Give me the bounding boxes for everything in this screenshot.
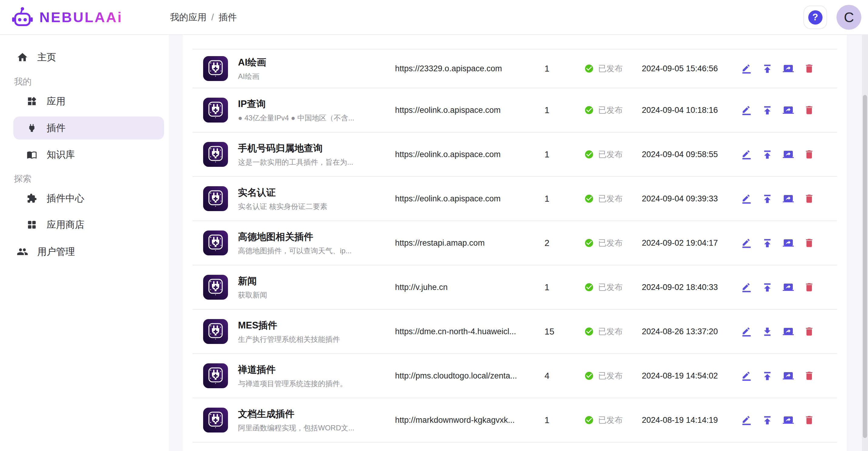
screen-share-icon: [783, 104, 794, 116]
sidebar-item-plugin-center[interactable]: 插件中心: [0, 187, 169, 210]
share-button[interactable]: [782, 237, 794, 249]
edit-button[interactable]: [741, 326, 752, 337]
plugin-name-cell: 实名认证 实名认证 核实身份证二要素: [238, 186, 386, 211]
delete-button[interactable]: [803, 63, 815, 74]
publish-button[interactable]: [762, 370, 773, 382]
screen-share-icon: [783, 370, 794, 381]
edit-button[interactable]: [741, 281, 752, 293]
tool-count: 15: [545, 327, 569, 337]
plugin-url: http://pms.cloudtogo.local/zenta...: [395, 371, 537, 381]
edit-button[interactable]: [741, 104, 752, 116]
sidebar-item-apps[interactable]: 应用: [0, 90, 169, 113]
share-button[interactable]: [782, 193, 794, 204]
publish-time: 2024-08-19 14:14:19: [642, 416, 718, 425]
app-header: NEBULAAi 我的应用 / 插件 ? C: [0, 0, 868, 35]
edit-button[interactable]: [741, 63, 752, 74]
check-circle-icon: [584, 105, 594, 115]
plugin-description: 这是一款实用的工具插件，旨在为...: [238, 157, 386, 167]
publish-button[interactable]: [762, 414, 773, 426]
status-badge: 已发布: [584, 370, 623, 381]
plugin-url: https://restapi.amap.com: [395, 238, 537, 248]
publish-button[interactable]: [762, 104, 773, 116]
status-label: 已发布: [598, 193, 623, 204]
publish-button[interactable]: [762, 63, 773, 74]
screen-share-icon: [783, 149, 794, 160]
plugin-name-cell: 高德地图相关插件 高德地图插件，可以查询天气、ip...: [238, 231, 386, 256]
tool-count: 1: [545, 64, 569, 74]
publish-button[interactable]: [762, 237, 773, 249]
sidebar-item-plugins[interactable]: 插件: [13, 117, 164, 140]
share-button[interactable]: [782, 370, 794, 382]
share-button[interactable]: [782, 281, 794, 293]
row-actions: [741, 237, 815, 249]
sidebar-item-user-management[interactable]: 用户管理: [0, 240, 169, 263]
plugin-name-cell: 禅道插件 与禅道项目管理系统连接的插件。: [238, 363, 386, 389]
tool-count: 1: [545, 282, 569, 292]
publish-button[interactable]: [762, 281, 773, 293]
edit-button[interactable]: [741, 370, 752, 382]
delete-button[interactable]: [803, 104, 815, 116]
plugin-name: 手机号码归属地查询: [238, 142, 386, 155]
status-badge: 已发布: [584, 63, 623, 74]
row-actions: [741, 414, 815, 426]
publish-button[interactable]: [762, 149, 773, 160]
delete-button[interactable]: [803, 237, 815, 249]
download-icon: [762, 326, 773, 337]
edit-button[interactable]: [741, 237, 752, 249]
scrollbar[interactable]: [862, 35, 868, 451]
avatar[interactable]: C: [836, 5, 861, 30]
table-row: IP查询 ● 43亿全量IPv4 ● 中国地区（不含... https://eo…: [192, 88, 837, 132]
delete-button[interactable]: [803, 326, 815, 337]
delete-button[interactable]: [803, 149, 815, 160]
brand: NEBULAAi: [11, 0, 123, 34]
plugin-name-cell: MES插件 生产执行管理系统相关技能插件: [238, 319, 386, 344]
status-badge: 已发布: [584, 193, 623, 204]
status-label: 已发布: [598, 104, 623, 116]
check-circle-icon: [584, 327, 594, 336]
delete-button[interactable]: [803, 281, 815, 293]
sidebar-item-label: 应用商店: [47, 218, 84, 231]
tool-count: 1: [545, 415, 569, 425]
plugin-badge-icon: [203, 186, 228, 211]
plugin-description: AI绘画: [238, 71, 386, 81]
scrollbar-thumb[interactable]: [863, 95, 867, 438]
breadcrumb-section[interactable]: 我的应用: [170, 11, 207, 23]
share-button[interactable]: [782, 63, 794, 74]
edit-button[interactable]: [741, 149, 752, 160]
sidebar: 主页 我的 应用 插件 知识库 探索 插件中心 应用商店 用户管理: [0, 35, 169, 451]
download-button[interactable]: [762, 326, 773, 337]
share-button[interactable]: [782, 414, 794, 426]
plugin-description: 获取新闻: [238, 290, 386, 300]
trash-icon: [804, 282, 815, 293]
help-button[interactable]: ?: [803, 5, 827, 29]
sidebar-item-label: 用户管理: [37, 245, 75, 258]
plugin-badge-icon: [203, 56, 228, 81]
table-row: 手机号码归属地查询 这是一款实用的工具插件，旨在为... https://eol…: [192, 132, 837, 176]
sidebar-item-label: 插件中心: [47, 192, 84, 205]
table-row: MES插件 生产执行管理系统相关技能插件 https://dme.cn-nort…: [192, 309, 837, 353]
plugin-name-cell: AI绘画 AI绘画: [238, 56, 386, 81]
sidebar-item-home[interactable]: 主页: [0, 46, 169, 69]
edit-button[interactable]: [741, 414, 752, 426]
status-label: 已发布: [598, 63, 623, 74]
delete-button[interactable]: [803, 370, 815, 382]
users-icon: [17, 246, 28, 258]
publish-button[interactable]: [762, 193, 773, 204]
sidebar-item-label: 插件: [47, 122, 65, 134]
status-label: 已发布: [598, 326, 623, 337]
sidebar-item-label: 主页: [37, 51, 56, 64]
share-button[interactable]: [782, 326, 794, 337]
check-circle-icon: [584, 64, 594, 73]
share-button[interactable]: [782, 104, 794, 116]
screen-share-icon: [783, 326, 794, 337]
share-button[interactable]: [782, 149, 794, 160]
tool-count: 4: [545, 371, 569, 381]
delete-button[interactable]: [803, 193, 815, 204]
avatar-initial: C: [844, 9, 854, 26]
publish-time: 2024-08-19 14:54:02: [642, 371, 718, 381]
edit-button[interactable]: [741, 193, 752, 204]
sidebar-item-knowledge[interactable]: 知识库: [0, 143, 169, 166]
sidebar-item-app-store[interactable]: 应用商店: [0, 213, 169, 236]
delete-button[interactable]: [803, 414, 815, 426]
plugin-badge-icon: [203, 142, 228, 167]
